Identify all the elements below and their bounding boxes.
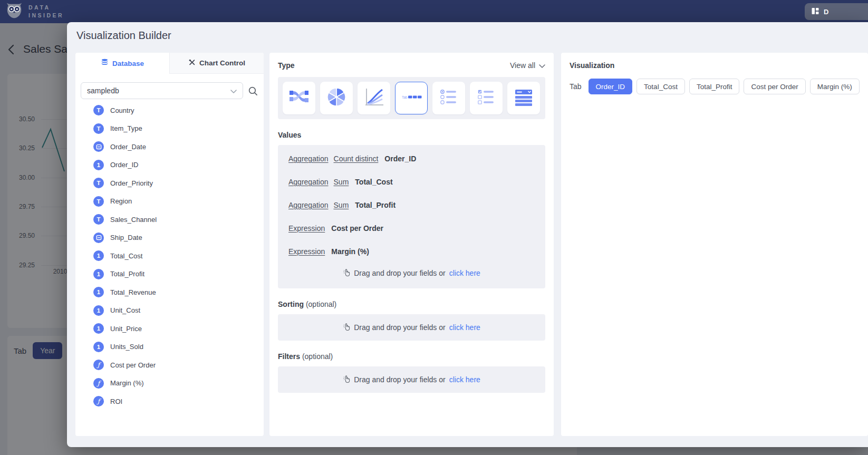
sorting-drop-hint: Drag and drop your fields orclick here bbox=[343, 323, 480, 333]
field-row[interactable]: ƒMargin (%) bbox=[75, 374, 264, 393]
number-type-icon: 1 bbox=[93, 287, 104, 297]
dashboards-nav-button[interactable]: D bbox=[805, 3, 868, 20]
field-row[interactable]: Order_Date bbox=[75, 138, 264, 156]
sankey-chart-icon bbox=[287, 85, 311, 111]
drag-hand-icon bbox=[343, 375, 350, 385]
preview-tab-chip[interactable]: Margin (%) bbox=[810, 79, 860, 94]
text-type-icon: T bbox=[93, 178, 104, 188]
number-type-icon: 1 bbox=[93, 269, 104, 279]
field-row[interactable]: 1Order_ID bbox=[75, 156, 264, 175]
value-row: AggregationSumTotal_Profit bbox=[288, 193, 535, 217]
function-type-icon: ƒ bbox=[93, 360, 104, 370]
type-option-dropdown[interactable] bbox=[507, 82, 540, 114]
preview-tab-label: Tab bbox=[570, 82, 582, 91]
field-name: Region bbox=[110, 197, 132, 205]
preview-tab-chip[interactable]: Cost per Order bbox=[744, 79, 805, 94]
field-name: Total_Profit bbox=[110, 270, 144, 278]
field-row[interactable]: 1Unit_Price bbox=[75, 320, 264, 338]
type-option-line-chart[interactable] bbox=[358, 82, 390, 114]
app-header: DATA INSIDER D bbox=[0, 0, 868, 23]
count-distinct-link[interactable]: Count distinct bbox=[334, 154, 379, 163]
field-name: Item_Type bbox=[110, 124, 142, 132]
field-row[interactable]: ƒCost per Order bbox=[75, 356, 264, 374]
click-here-link[interactable]: click here bbox=[449, 323, 480, 332]
field-row[interactable]: 1Unit_Cost bbox=[75, 302, 264, 320]
tab-database-label: Database bbox=[112, 60, 144, 67]
field-name: Unit_Price bbox=[110, 325, 142, 333]
view-all-button[interactable]: View all bbox=[510, 61, 545, 70]
database-select-value: sampledb bbox=[87, 86, 119, 95]
owl-logo-icon bbox=[5, 2, 23, 22]
tools-icon bbox=[188, 59, 196, 67]
filters-drop-hint: Drag and drop your fields orclick here bbox=[343, 375, 480, 385]
field-list: TCountryTItem_Type Order_Date1Order_IDTO… bbox=[75, 101, 264, 411]
type-option-tab[interactable]: Tab bbox=[395, 82, 428, 114]
svg-text:Tab: Tab bbox=[402, 95, 408, 99]
nav-button-label: D bbox=[824, 8, 828, 16]
type-option-pie-chart[interactable] bbox=[320, 82, 353, 114]
field-row[interactable]: TRegion bbox=[75, 192, 264, 211]
field-name: Unit_Cost bbox=[110, 306, 140, 314]
value-row: AggregationSumTotal_Cost bbox=[288, 170, 535, 193]
value-row: ExpressionMargin (%) bbox=[288, 240, 535, 263]
search-icon[interactable] bbox=[248, 85, 258, 96]
field-row[interactable]: 1Total_Cost bbox=[75, 247, 264, 265]
field-row[interactable]: TSales_Channel bbox=[75, 210, 264, 229]
tab-chart-control-label: Chart Control bbox=[199, 59, 245, 67]
preview-tab-chip[interactable]: Total_Cost bbox=[636, 79, 685, 94]
click-here-link[interactable]: click here bbox=[449, 269, 480, 277]
field-row[interactable]: 1Total_Profit bbox=[75, 265, 264, 284]
chevron-down-icon bbox=[539, 61, 545, 70]
click-here-link[interactable]: click here bbox=[449, 375, 480, 384]
sum-link[interactable]: Sum bbox=[334, 201, 349, 209]
tab-database[interactable]: Database bbox=[75, 53, 169, 74]
values-rows: AggregationCount distinctOrder_IDAggrega… bbox=[288, 147, 535, 263]
values-drop-zone[interactable]: AggregationCount distinctOrder_IDAggrega… bbox=[278, 145, 545, 288]
type-options: Tab bbox=[278, 77, 545, 119]
aggregation-link[interactable]: Aggregation bbox=[288, 178, 329, 186]
field-name: Units_Sold bbox=[110, 343, 143, 351]
field-row[interactable]: ƒROI bbox=[75, 392, 264, 411]
database-select[interactable]: sampledb bbox=[81, 82, 243, 99]
type-option-sankey-chart[interactable] bbox=[283, 82, 315, 114]
view-all-label: View all bbox=[510, 61, 535, 70]
field-row[interactable]: TOrder_Priority bbox=[75, 174, 264, 192]
tab-chart-control[interactable]: Chart Control bbox=[169, 53, 264, 74]
field-row[interactable]: Ship_Date bbox=[75, 229, 264, 247]
field-name: Total_Revenue bbox=[110, 288, 156, 296]
drop-hint-text: Drag and drop your fields or bbox=[354, 269, 446, 277]
field-row[interactable]: TCountry bbox=[75, 101, 264, 120]
type-option-radio-list[interactable] bbox=[432, 82, 465, 114]
field-name: Ship_Date bbox=[110, 234, 142, 241]
screen: DATA INSIDER D Sales Sa 30.5030.2530.002… bbox=[0, 0, 868, 455]
aggregation-link[interactable]: Aggregation bbox=[288, 201, 329, 209]
type-heading: Type bbox=[278, 61, 295, 70]
value-field-name: Total_Cost bbox=[355, 178, 392, 186]
database-icon bbox=[101, 59, 109, 68]
date-type-icon bbox=[93, 141, 104, 152]
expression-link[interactable]: Expression bbox=[288, 224, 325, 233]
source-tabs: Database Chart Control bbox=[75, 53, 264, 74]
values-drop-hint: Drag and drop your fields orclick here bbox=[288, 265, 535, 281]
number-type-icon: 1 bbox=[93, 323, 104, 334]
field-row[interactable]: TItem_Type bbox=[75, 120, 264, 138]
filters-drop-zone[interactable]: Drag and drop your fields orclick here bbox=[278, 366, 545, 393]
source-panel: Database Chart Control sampledb bbox=[75, 53, 264, 436]
field-row[interactable]: 1Units_Sold bbox=[75, 338, 264, 356]
function-type-icon: ƒ bbox=[93, 396, 104, 406]
config-panel: Type View all Tab bbox=[269, 53, 554, 436]
sorting-drop-zone[interactable]: Drag and drop your fields orclick here bbox=[278, 314, 545, 341]
type-option-checkbox-list[interactable] bbox=[470, 82, 503, 114]
expression-link[interactable]: Expression bbox=[288, 247, 325, 256]
value-row: ExpressionCost per Order bbox=[288, 217, 535, 240]
sum-link[interactable]: Sum bbox=[334, 178, 349, 186]
field-row[interactable]: 1Total_Revenue bbox=[75, 283, 264, 302]
modal-title: Visualization Builder bbox=[76, 30, 171, 42]
drag-hand-icon bbox=[343, 268, 350, 278]
preview-tab-chip[interactable]: Total_Profit bbox=[689, 79, 740, 94]
preview-tab-chip[interactable]: Order_ID bbox=[589, 79, 633, 94]
value-field-name: Cost per Order bbox=[331, 224, 383, 233]
date-type-icon bbox=[93, 233, 104, 243]
value-field-name: Total_Profit bbox=[355, 201, 396, 209]
aggregation-link[interactable]: Aggregation bbox=[288, 154, 329, 163]
